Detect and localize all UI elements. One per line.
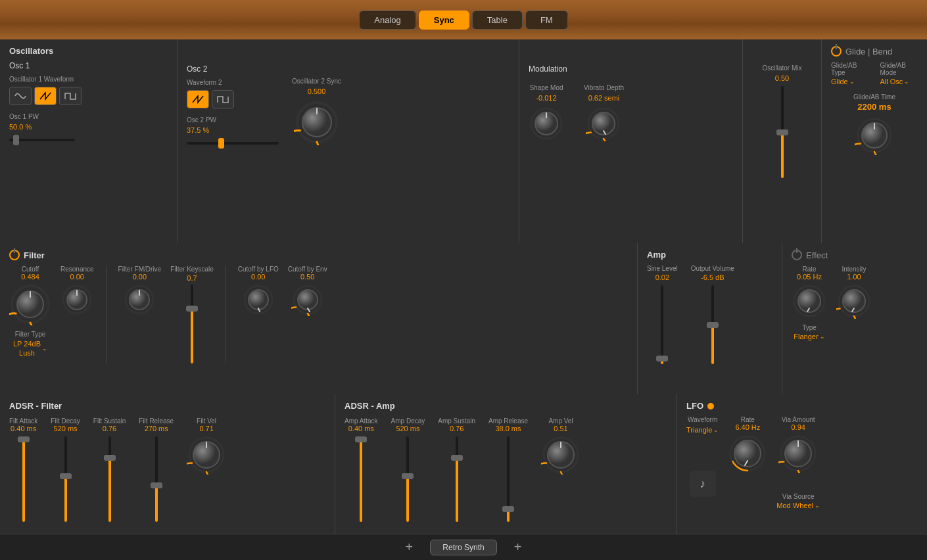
cutoff-env-label: Cutoff by Env [288,266,327,273]
fm-knob[interactable] [123,283,156,316]
lfo-waveform-select[interactable]: Triangle ⌄ [686,426,719,434]
preset-button[interactable]: Retro Synth [430,540,496,555]
svg-point-25 [298,290,318,310]
add-left-button[interactable]: + [401,540,417,555]
glide-time-section: Glide/AB Time 2200 ms [831,93,918,155]
vibrato-knob[interactable] [586,106,621,141]
osc2-sync-knob[interactable] [294,99,340,145]
wave-btn-sine[interactable] [9,87,32,105]
glide-time-value: 2200 ms [857,102,891,112]
filt-vel-knob[interactable] [187,435,226,475]
effect-type-select[interactable]: Flanger ⌄ [794,333,824,340]
effect-intensity-section: Intensity 1.00 [836,266,872,319]
filter-title: Filter [24,250,45,260]
chevron-effect-icon: ⌄ [820,333,825,340]
osc1-pw-label: Osc 1 PW [9,113,82,120]
lfo-rate-knob[interactable] [728,434,767,473]
lfo-via-amount-knob[interactable] [778,434,818,473]
osc2-pw-slider[interactable] [187,138,279,149]
lfo-note-icon[interactable]: ♪ [690,471,716,497]
cutoff-knob[interactable] [9,283,51,325]
cutoff-env-knob[interactable] [291,283,324,316]
glide-title: Glide | Bend [845,47,892,57]
filter-type-select[interactable]: LP 24dBLush ⌄ [13,339,47,358]
osc2-sync-label: Oscillator 2 Sync [292,78,341,85]
glide-power-icon[interactable] [831,46,842,57]
output-vol-slider[interactable] [711,285,714,364]
chevron-filter-icon: ⌄ [42,345,47,352]
shape-mod-knob[interactable] [529,106,564,141]
filt-attack-section: Filt Attack 0.40 ms [9,417,37,522]
lfo-via-amount-label: Via Amount [782,416,815,423]
filt-vel-section: Filt Vel 0.71 [187,417,226,475]
resonance-knob[interactable] [60,283,93,316]
osc-mix-slider[interactable] [752,86,812,178]
effect-rate-knob[interactable] [792,283,827,319]
amp-vel-knob[interactable] [541,435,581,475]
effect-title: Effect [806,250,828,260]
tab-table[interactable]: Table [472,11,523,30]
wave-btn-square[interactable] [59,87,82,105]
glide-mode-select[interactable]: All Osc ⌄ [880,78,918,85]
filt-sustain-slider[interactable] [108,436,111,522]
keyscale-slider[interactable] [191,285,193,363]
effect-intensity-value: 1.00 [847,273,861,281]
cutoff-lfo-section: Cutoff by LFO 0.00 [238,266,279,316]
amp-attack-value: 0.40 ms [348,425,374,432]
osc1-section: Osc 1 Oscillator 1 Waveform Osc 1 P [9,61,82,145]
osc2-waveform-label: Waveform 2 [187,79,279,86]
amp-decay-slider[interactable] [406,436,409,522]
effect-type-label: Type [802,324,817,331]
amp-sustain-slider[interactable] [456,436,458,522]
tab-analog[interactable]: Analog [359,11,416,30]
amp-sustain-label: Amp Sustain [438,417,475,425]
amp-decay-value: 520 ms [396,425,419,432]
filt-vel-label: Filt Vel [197,417,216,425]
svg-point-22 [249,290,268,310]
cutoff-lfo-knob[interactable] [242,283,275,316]
amp-release-value: 38.0 ms [495,425,521,432]
tab-fm[interactable]: FM [525,11,568,30]
row1: Oscillators Osc 1 Oscillator 1 Waveform [0,39,927,243]
effect-panel: .power-icon::after{background:#666;} Eff… [782,243,927,394]
effect-rate-section: Rate 0.05 Hz Type Flanger ⌄ [792,266,827,340]
lfo-panel: LFO Waveform Triangle ⌄ ♪ [677,394,927,534]
tab-sync[interactable]: Sync [419,11,469,30]
osc-mix-panel: Oscillator Mix 0.50 [743,39,822,243]
effect-intensity-knob[interactable] [836,283,872,319]
osc2-sync-value: 0.500 [308,87,326,95]
lfo-via-amount-value: 0.94 [791,423,805,431]
keyscale-label: Filter Keyscale [170,266,214,273]
fm-section: Filter FM/Drive 0.00 [118,266,162,316]
row3: ADSR - Filter Filt Attack 0.40 ms Filt D… [0,394,927,534]
cutoff-value: 0.484 [21,273,39,281]
filt-attack-value: 0.40 ms [11,425,36,432]
glide-type-select[interactable]: Glide ⌄ [831,78,867,85]
effect-header: .power-icon::after{background:#666;} Eff… [792,250,918,260]
sine-level-slider[interactable] [661,285,663,364]
adsr-filter-panel: ADSR - Filter Filt Attack 0.40 ms Filt D… [0,394,335,534]
filt-release-slider[interactable] [155,436,158,522]
filt-decay-slider[interactable] [64,436,67,522]
shape-mod-value: -0.012 [536,94,556,102]
add-right-button[interactable]: + [510,540,526,555]
filter-power-icon[interactable] [9,250,20,260]
osc1-pw-slider[interactable] [9,135,75,145]
effect-power-icon[interactable]: .power-icon::after{background:#666;} [792,250,802,260]
wave-btn-sawtooth[interactable] [34,87,57,105]
osc2-wave-btn-saw[interactable] [187,90,209,108]
lfo-waveform-label: Waveform [688,416,717,423]
chevron-down-icon: ⌄ [849,78,855,85]
chevron-lfo-source-icon: ⌄ [815,502,820,509]
adsr-filter-title: ADSR - Filter [9,401,325,411]
osc1-label: Osc 1 [9,61,82,70]
adsr-amp-title: ADSR - Amp [345,401,667,411]
amp-release-slider[interactable] [507,436,510,522]
lfo-via-source-select[interactable]: Mod Wheel ⌄ [776,502,820,509]
osc2-label: Osc 2 [187,64,279,74]
fm-value: 0.00 [133,273,147,281]
glide-time-knob[interactable] [855,116,894,155]
filt-attack-slider[interactable] [22,436,25,522]
osc2-wave-btn-square[interactable] [212,90,234,108]
amp-attack-slider[interactable] [360,436,362,522]
